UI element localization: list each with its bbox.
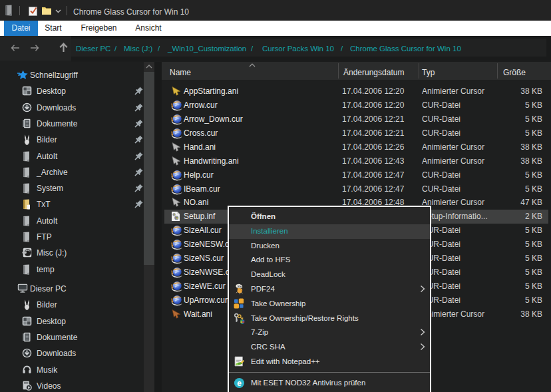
svg-text:e: e [237,379,242,388]
